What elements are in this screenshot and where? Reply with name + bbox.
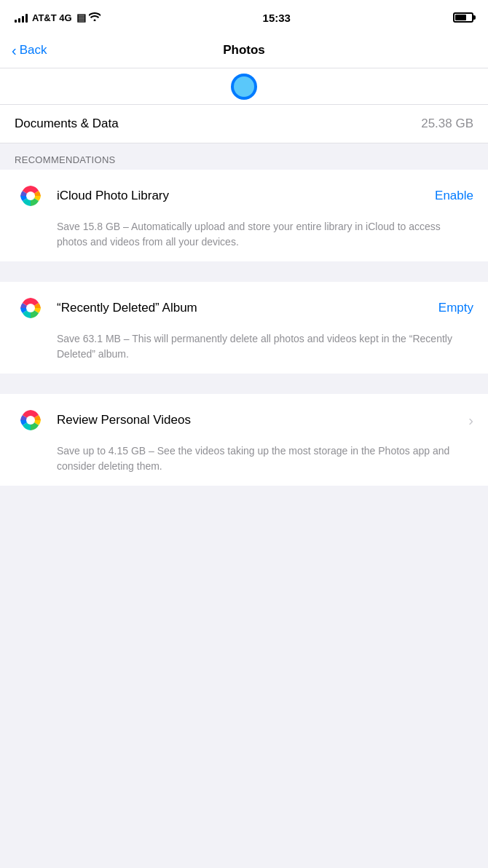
back-chevron-icon: ‹ [12, 43, 17, 58]
svg-point-1 [26, 192, 35, 200]
svg-point-3 [26, 304, 35, 312]
back-label: Back [20, 43, 47, 58]
documents-data-row: Documents & Data 25.38 GB [0, 105, 488, 143]
status-left: AT&T 4G ▤ [15, 12, 101, 23]
empty-button[interactable]: Empty [438, 301, 473, 315]
back-button[interactable]: ‹ Back [12, 43, 47, 58]
status-bar: AT&T 4G ▤ 15:33 [0, 0, 488, 32]
battery-icon [453, 12, 473, 23]
icloud-photo-library-card: iCloud Photo Library Enable Save 15.8 GB… [0, 170, 488, 261]
page-title: Photos [223, 43, 265, 58]
documents-data-label: Documents & Data [15, 117, 119, 131]
scroll-indicator-inner [234, 76, 254, 97]
review-personal-videos-left: Review Personal Videos [15, 404, 191, 436]
photos-icon-1 [15, 180, 47, 212]
navigation-bar: ‹ Back Photos [0, 32, 488, 68]
svg-point-5 [26, 416, 35, 425]
scroll-indicator [231, 74, 257, 100]
recently-deleted-description: Save 63.1 MB – This will permanently del… [0, 331, 488, 374]
icloud-enable-button[interactable]: Enable [435, 189, 473, 203]
icloud-photo-library-left: iCloud Photo Library [15, 180, 169, 212]
bottom-padding [0, 486, 488, 515]
review-personal-videos-card[interactable]: Review Personal Videos › Save up to 4.15… [0, 394, 488, 486]
review-personal-videos-title: Review Personal Videos [57, 413, 191, 427]
chevron-right-icon: › [468, 412, 473, 429]
icloud-photo-library-title: iCloud Photo Library [57, 189, 169, 203]
recently-deleted-header: “Recently Deleted” Album Empty [0, 282, 488, 331]
icloud-photo-library-header: iCloud Photo Library Enable [0, 170, 488, 219]
card-divider-1 [0, 261, 488, 282]
icloud-photo-library-description: Save 15.8 GB – Automatically upload and … [0, 219, 488, 261]
recommendations-section-header: RECOMMENDATIONS [0, 143, 488, 170]
top-scroll-area [0, 68, 488, 105]
photos-icon-3 [15, 404, 47, 436]
status-right [453, 12, 473, 23]
wifi-icon: ▤ [76, 12, 101, 23]
documents-data-value: 25.38 GB [421, 117, 473, 131]
recently-deleted-title: “Recently Deleted” Album [57, 301, 197, 315]
signal-icon [15, 12, 28, 23]
review-personal-videos-description: Save up to 4.15 GB – See the videos taki… [0, 443, 488, 486]
review-personal-videos-header[interactable]: Review Personal Videos › [0, 394, 488, 443]
recommendations-label: RECOMMENDATIONS [15, 154, 116, 165]
card-divider-2 [0, 374, 488, 394]
carrier-label: AT&T 4G [32, 12, 72, 23]
recently-deleted-left: “Recently Deleted” Album [15, 292, 197, 324]
status-time: 15:33 [263, 12, 291, 24]
recently-deleted-card: “Recently Deleted” Album Empty Save 63.1… [0, 282, 488, 374]
photos-icon-2 [15, 292, 47, 324]
